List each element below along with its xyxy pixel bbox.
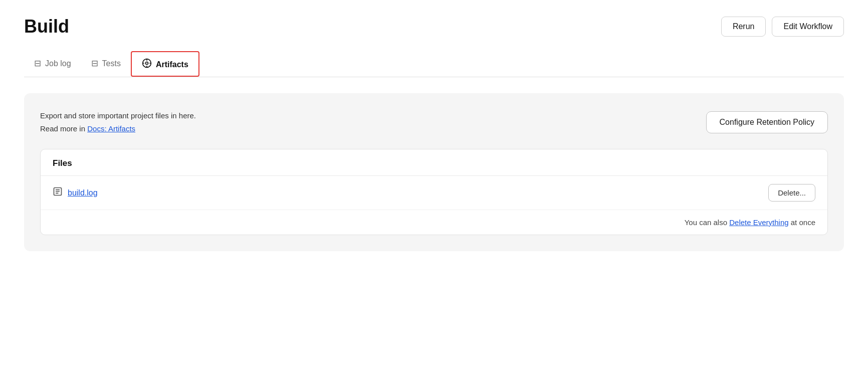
file-icon (53, 186, 63, 199)
tab-job-log-label: Job log (45, 59, 71, 68)
job-log-icon: ⊟ (34, 58, 41, 69)
header-buttons: Rerun Edit Workflow (721, 17, 844, 37)
artifacts-info-text: Export and store important project files… (40, 109, 196, 135)
page-title: Build (24, 16, 69, 37)
delete-all-suffix: at once (791, 218, 815, 227)
artifacts-info-line1: Export and store important project files… (40, 109, 196, 122)
svg-point-1 (145, 62, 148, 65)
file-row-left: build.log (53, 186, 98, 199)
artifacts-icon (142, 58, 152, 71)
files-box: Files build.log Delete... (40, 149, 828, 235)
rerun-button[interactable]: Rerun (721, 17, 766, 37)
delete-everything-link[interactable]: Delete Everything (729, 218, 788, 227)
artifacts-info-row: Export and store important project files… (40, 109, 828, 135)
delete-all-row: You can also Delete Everything at once (41, 210, 827, 235)
artifacts-info-prefix: Read more in (40, 124, 87, 133)
configure-retention-button[interactable]: Configure Retention Policy (706, 111, 828, 133)
artifacts-info-line2: Read more in Docs: Artifacts (40, 122, 196, 135)
files-heading: Files (41, 149, 827, 176)
artifacts-docs-link[interactable]: Docs: Artifacts (87, 124, 135, 133)
delete-all-prefix: You can also (685, 218, 730, 227)
tab-tests[interactable]: ⊟ Tests (81, 52, 131, 76)
page-container: Build Rerun Edit Workflow ⊟ Job log ⊟ Te… (0, 0, 868, 267)
header-row: Build Rerun Edit Workflow (24, 16, 844, 37)
delete-file-button[interactable]: Delete... (768, 184, 815, 202)
tests-icon: ⊟ (91, 58, 98, 69)
tab-job-log[interactable]: ⊟ Job log (24, 52, 81, 76)
tab-artifacts-label: Artifacts (156, 60, 188, 69)
tab-artifacts[interactable]: Artifacts (131, 51, 199, 77)
artifacts-content-area: Export and store important project files… (24, 93, 844, 251)
file-row: build.log Delete... (41, 176, 827, 210)
tab-tests-label: Tests (102, 59, 121, 68)
file-link[interactable]: build.log (68, 188, 98, 198)
tabs-row: ⊟ Job log ⊟ Tests Artifacts (24, 51, 844, 77)
edit-workflow-button[interactable]: Edit Workflow (772, 17, 844, 37)
